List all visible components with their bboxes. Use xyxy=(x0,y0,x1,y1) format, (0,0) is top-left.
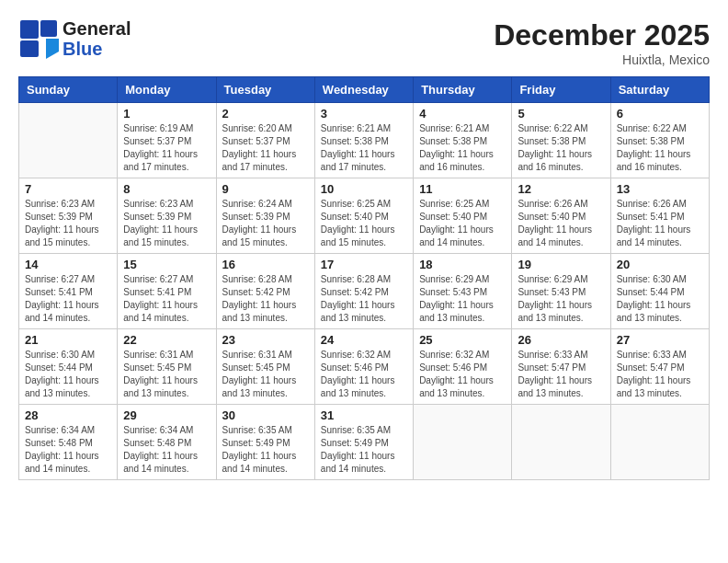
calendar-cell: 23Sunrise: 6:31 AMSunset: 5:45 PMDayligh… xyxy=(216,329,314,405)
day-info: Sunrise: 6:23 AMSunset: 5:39 PMDaylight:… xyxy=(25,198,111,249)
day-info: Sunrise: 6:27 AMSunset: 5:41 PMDaylight:… xyxy=(25,273,111,325)
calendar-cell: 25Sunrise: 6:32 AMSunset: 5:46 PMDayligh… xyxy=(414,329,512,405)
calendar-cell: 19Sunrise: 6:29 AMSunset: 5:43 PMDayligh… xyxy=(512,254,610,329)
day-number: 10 xyxy=(321,182,407,196)
calendar-header-row: SundayMondayTuesdayWednesdayThursdayFrid… xyxy=(19,77,710,103)
day-number: 14 xyxy=(25,258,111,271)
svg-rect-0 xyxy=(20,20,39,39)
calendar-cell xyxy=(610,405,709,480)
day-number: 3 xyxy=(321,107,407,121)
day-number: 21 xyxy=(25,333,111,347)
day-number: 27 xyxy=(617,333,703,347)
day-number: 19 xyxy=(518,258,604,271)
calendar-cell: 28Sunrise: 6:34 AMSunset: 5:48 PMDayligh… xyxy=(19,405,118,480)
day-number: 18 xyxy=(419,258,506,271)
day-number: 24 xyxy=(321,333,407,347)
day-info: Sunrise: 6:19 AMSunset: 5:37 PMDaylight:… xyxy=(123,122,210,174)
title-section: December 2025 Huixtla, Mexico xyxy=(494,18,710,67)
calendar-cell: 14Sunrise: 6:27 AMSunset: 5:41 PMDayligh… xyxy=(19,254,118,329)
calendar-week-row: 1Sunrise: 6:19 AMSunset: 5:37 PMDaylight… xyxy=(19,103,710,178)
calendar-cell: 16Sunrise: 6:28 AMSunset: 5:42 PMDayligh… xyxy=(216,254,314,329)
day-number: 5 xyxy=(518,107,604,121)
day-info: Sunrise: 6:32 AMSunset: 5:46 PMDaylight:… xyxy=(419,349,506,400)
svg-marker-2 xyxy=(46,39,59,59)
calendar-cell: 12Sunrise: 6:26 AMSunset: 5:40 PMDayligh… xyxy=(512,178,610,254)
calendar-cell: 13Sunrise: 6:26 AMSunset: 5:41 PMDayligh… xyxy=(610,178,709,254)
day-info: Sunrise: 6:21 AMSunset: 5:38 PMDaylight:… xyxy=(419,122,506,174)
logo-blue: Blue xyxy=(63,39,131,59)
day-info: Sunrise: 6:28 AMSunset: 5:42 PMDaylight:… xyxy=(222,273,309,325)
calendar-table: SundayMondayTuesdayWednesdayThursdayFrid… xyxy=(18,76,710,480)
calendar-cell: 1Sunrise: 6:19 AMSunset: 5:37 PMDaylight… xyxy=(118,103,216,178)
calendar-cell xyxy=(414,405,512,480)
day-number: 9 xyxy=(222,182,309,196)
svg-rect-1 xyxy=(40,20,57,37)
logo: General Blue xyxy=(18,18,131,59)
day-info: Sunrise: 6:22 AMSunset: 5:38 PMDaylight:… xyxy=(617,122,703,174)
day-info: Sunrise: 6:24 AMSunset: 5:39 PMDaylight:… xyxy=(222,198,309,249)
day-number: 8 xyxy=(123,182,210,196)
calendar-cell: 8Sunrise: 6:23 AMSunset: 5:39 PMDaylight… xyxy=(118,178,216,254)
day-info: Sunrise: 6:22 AMSunset: 5:38 PMDaylight:… xyxy=(518,122,604,174)
calendar-cell: 22Sunrise: 6:31 AMSunset: 5:45 PMDayligh… xyxy=(118,329,216,405)
day-info: Sunrise: 6:31 AMSunset: 5:45 PMDaylight:… xyxy=(222,349,309,400)
calendar-cell: 27Sunrise: 6:33 AMSunset: 5:47 PMDayligh… xyxy=(610,329,709,405)
calendar-header-friday: Friday xyxy=(512,77,610,103)
calendar-cell: 7Sunrise: 6:23 AMSunset: 5:39 PMDaylight… xyxy=(19,178,118,254)
day-info: Sunrise: 6:27 AMSunset: 5:41 PMDaylight:… xyxy=(123,273,210,325)
day-info: Sunrise: 6:21 AMSunset: 5:38 PMDaylight:… xyxy=(321,122,407,174)
svg-rect-3 xyxy=(20,40,39,57)
day-number: 16 xyxy=(222,258,309,271)
day-info: Sunrise: 6:33 AMSunset: 5:47 PMDaylight:… xyxy=(617,349,703,400)
day-info: Sunrise: 6:23 AMSunset: 5:39 PMDaylight:… xyxy=(123,198,210,249)
month-title: December 2025 xyxy=(494,18,710,52)
calendar-header-monday: Monday xyxy=(118,77,216,103)
day-number: 25 xyxy=(419,333,506,347)
day-info: Sunrise: 6:32 AMSunset: 5:46 PMDaylight:… xyxy=(321,349,407,400)
calendar-cell: 26Sunrise: 6:33 AMSunset: 5:47 PMDayligh… xyxy=(512,329,610,405)
calendar-cell: 20Sunrise: 6:30 AMSunset: 5:44 PMDayligh… xyxy=(610,254,709,329)
day-info: Sunrise: 6:35 AMSunset: 5:49 PMDaylight:… xyxy=(321,424,407,476)
calendar-header-wednesday: Wednesday xyxy=(314,77,413,103)
day-number: 2 xyxy=(222,107,309,121)
day-info: Sunrise: 6:33 AMSunset: 5:47 PMDaylight:… xyxy=(518,349,604,400)
day-number: 11 xyxy=(419,182,506,196)
day-number: 28 xyxy=(25,408,111,422)
day-info: Sunrise: 6:29 AMSunset: 5:43 PMDaylight:… xyxy=(518,273,604,325)
calendar-header-tuesday: Tuesday xyxy=(216,77,314,103)
day-number: 4 xyxy=(419,107,506,121)
calendar-header-saturday: Saturday xyxy=(610,77,709,103)
calendar-cell: 18Sunrise: 6:29 AMSunset: 5:43 PMDayligh… xyxy=(414,254,512,329)
day-number: 31 xyxy=(321,408,407,422)
calendar-cell: 5Sunrise: 6:22 AMSunset: 5:38 PMDaylight… xyxy=(512,103,610,178)
calendar-cell: 30Sunrise: 6:35 AMSunset: 5:49 PMDayligh… xyxy=(216,405,314,480)
calendar-week-row: 7Sunrise: 6:23 AMSunset: 5:39 PMDaylight… xyxy=(19,178,710,254)
day-number: 1 xyxy=(123,107,210,121)
calendar-cell: 29Sunrise: 6:34 AMSunset: 5:48 PMDayligh… xyxy=(118,405,216,480)
day-info: Sunrise: 6:26 AMSunset: 5:41 PMDaylight:… xyxy=(617,198,703,249)
day-info: Sunrise: 6:34 AMSunset: 5:48 PMDaylight:… xyxy=(25,424,111,476)
day-number: 20 xyxy=(617,258,703,271)
day-info: Sunrise: 6:29 AMSunset: 5:43 PMDaylight:… xyxy=(419,273,506,325)
day-info: Sunrise: 6:26 AMSunset: 5:40 PMDaylight:… xyxy=(518,198,604,249)
calendar-cell: 17Sunrise: 6:28 AMSunset: 5:42 PMDayligh… xyxy=(314,254,413,329)
day-number: 6 xyxy=(617,107,703,121)
calendar-cell: 21Sunrise: 6:30 AMSunset: 5:44 PMDayligh… xyxy=(19,329,118,405)
calendar-week-row: 21Sunrise: 6:30 AMSunset: 5:44 PMDayligh… xyxy=(19,329,710,405)
day-number: 12 xyxy=(518,182,604,196)
calendar-cell: 9Sunrise: 6:24 AMSunset: 5:39 PMDaylight… xyxy=(216,178,314,254)
day-info: Sunrise: 6:25 AMSunset: 5:40 PMDaylight:… xyxy=(419,198,506,249)
calendar-cell: 3Sunrise: 6:21 AMSunset: 5:38 PMDaylight… xyxy=(314,103,413,178)
day-number: 23 xyxy=(222,333,309,347)
calendar-header-sunday: Sunday xyxy=(19,77,118,103)
location-subtitle: Huixtla, Mexico xyxy=(494,52,710,67)
day-info: Sunrise: 6:30 AMSunset: 5:44 PMDaylight:… xyxy=(617,273,703,325)
calendar-cell: 6Sunrise: 6:22 AMSunset: 5:38 PMDaylight… xyxy=(610,103,709,178)
day-number: 29 xyxy=(123,408,210,422)
day-info: Sunrise: 6:34 AMSunset: 5:48 PMDaylight:… xyxy=(123,424,210,476)
calendar-cell xyxy=(19,103,118,178)
calendar-cell: 31Sunrise: 6:35 AMSunset: 5:49 PMDayligh… xyxy=(314,405,413,480)
calendar-cell: 2Sunrise: 6:20 AMSunset: 5:37 PMDaylight… xyxy=(216,103,314,178)
calendar-week-row: 14Sunrise: 6:27 AMSunset: 5:41 PMDayligh… xyxy=(19,254,710,329)
logo-general: General xyxy=(63,18,131,39)
